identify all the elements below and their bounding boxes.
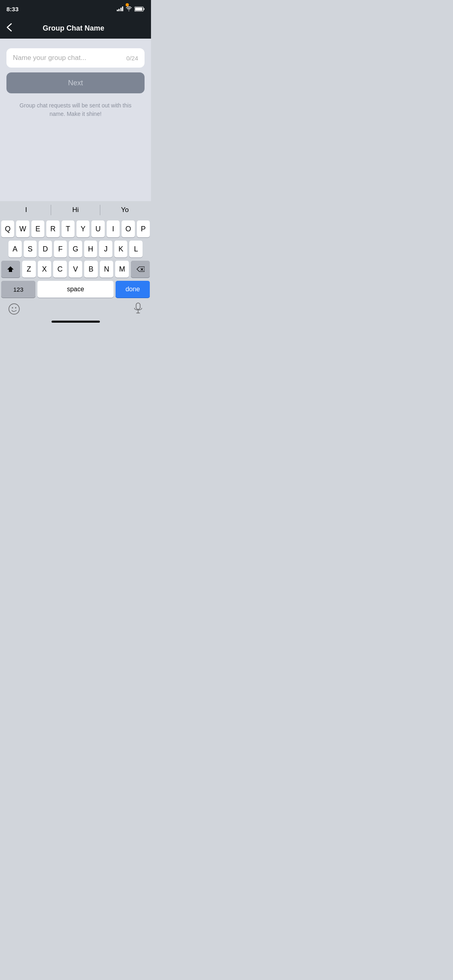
mic-icon[interactable] <box>133 303 143 315</box>
svg-rect-6 <box>136 303 140 309</box>
key-k[interactable]: K <box>114 241 128 257</box>
key-n[interactable]: N <box>100 261 114 278</box>
char-counter: 0/24 <box>126 55 138 62</box>
done-key[interactable]: done <box>116 281 150 298</box>
key-x[interactable]: X <box>38 261 52 278</box>
numbers-key[interactable]: 123 <box>1 281 35 298</box>
nav-bar: Group Chat Name <box>0 18 151 39</box>
key-f[interactable]: F <box>54 241 67 257</box>
signal-icon <box>117 6 124 11</box>
home-bar <box>52 321 100 323</box>
autocomplete-item-3[interactable]: Yo <box>100 203 149 217</box>
next-button[interactable]: Next <box>6 72 145 93</box>
key-p[interactable]: P <box>137 220 150 237</box>
key-a[interactable]: A <box>8 241 22 257</box>
key-v[interactable]: V <box>69 261 83 278</box>
key-o[interactable]: O <box>122 220 134 237</box>
status-time: 8:33 <box>6 6 19 12</box>
key-y[interactable]: Y <box>77 220 89 237</box>
emoji-icon[interactable] <box>8 303 20 315</box>
delete-key[interactable] <box>131 261 150 278</box>
info-text: Group chat requests will be sent out wit… <box>6 101 145 118</box>
key-t[interactable]: T <box>62 220 74 237</box>
group-name-input[interactable] <box>13 54 126 62</box>
status-icons <box>117 6 145 12</box>
key-s[interactable]: S <box>24 241 37 257</box>
key-z[interactable]: Z <box>22 261 36 278</box>
svg-rect-2 <box>144 8 145 10</box>
key-r[interactable]: R <box>46 220 59 237</box>
page-title: Group Chat Name <box>15 24 132 33</box>
svg-point-4 <box>12 307 13 309</box>
svg-point-3 <box>9 304 19 314</box>
key-c[interactable]: C <box>53 261 67 278</box>
key-row-1: Q W E R T Y U I O P <box>1 220 150 237</box>
key-w[interactable]: W <box>16 220 29 237</box>
key-b[interactable]: B <box>84 261 98 278</box>
svg-point-5 <box>15 307 17 309</box>
key-g[interactable]: G <box>69 241 82 257</box>
status-bar: 8:33 <box>0 0 151 18</box>
key-u[interactable]: U <box>91 220 104 237</box>
key-m[interactable]: M <box>115 261 129 278</box>
key-l[interactable]: L <box>129 241 143 257</box>
wifi-icon <box>126 6 132 11</box>
key-row-3: Z X C V B N M <box>1 261 150 278</box>
key-row-2: A S D F G H J K L <box>1 241 150 257</box>
key-j[interactable]: J <box>99 241 112 257</box>
key-q[interactable]: Q <box>1 220 14 237</box>
autocomplete-item-1[interactable]: I <box>2 203 51 217</box>
keyboard: I Hi Yo Q W E R T Y U I O P A S D F G H … <box>0 201 151 327</box>
back-button[interactable] <box>6 21 15 35</box>
key-i[interactable]: I <box>107 220 120 237</box>
key-h[interactable]: H <box>84 241 97 257</box>
shift-key[interactable] <box>1 261 20 278</box>
group-name-input-wrap: 0/24 <box>6 48 145 68</box>
main-content: 0/24 Next Group chat requests will be se… <box>0 39 151 201</box>
key-d[interactable]: D <box>39 241 52 257</box>
battery-icon <box>134 6 145 12</box>
orange-dot <box>126 3 129 6</box>
autocomplete-item-2[interactable]: Hi <box>51 203 100 217</box>
key-e[interactable]: E <box>31 220 44 237</box>
svg-rect-1 <box>135 7 143 10</box>
space-key[interactable]: space <box>37 281 114 298</box>
home-indicator <box>0 318 151 327</box>
key-row-4: 123 space done <box>1 281 150 298</box>
keyboard-keys: Q W E R T Y U I O P A S D F G H J K L <box>0 219 151 300</box>
keyboard-bottom <box>0 300 151 318</box>
autocomplete-row: I Hi Yo <box>0 201 151 219</box>
